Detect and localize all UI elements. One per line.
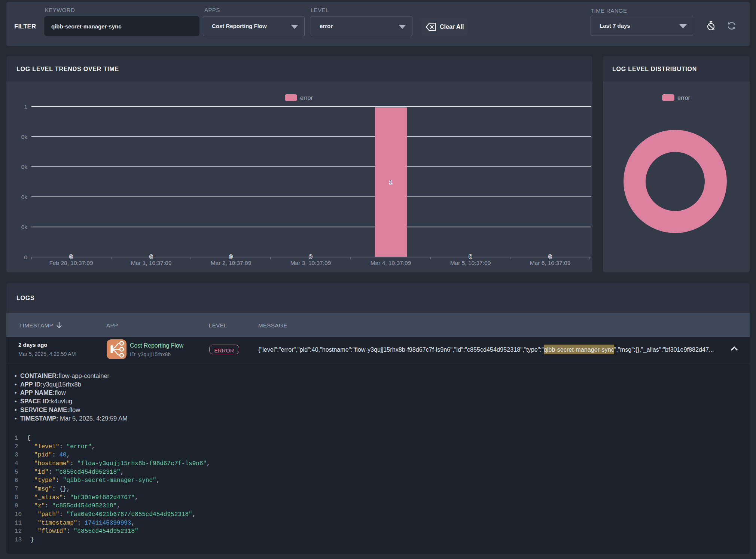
svg-text:Feb 28, 10:37:09: Feb 28, 10:37:09 (49, 260, 93, 266)
svg-text:0: 0 (309, 253, 312, 260)
svg-text:Mar 4, 10:37:09: Mar 4, 10:37:09 (371, 260, 411, 266)
svg-text:0: 0 (549, 253, 552, 260)
svg-text:Mar 6, 10:37:09: Mar 6, 10:37:09 (530, 260, 571, 266)
svg-text:error: error (677, 95, 690, 101)
svg-text:error: error (300, 95, 313, 101)
svg-text:0: 0 (70, 253, 73, 260)
svg-text:0: 0 (469, 253, 472, 260)
svg-text:Mar 2, 10:37:09: Mar 2, 10:37:09 (211, 260, 252, 266)
svg-text:1: 1 (389, 179, 392, 185)
svg-text:0: 0 (229, 253, 232, 260)
svg-text:0k: 0k (21, 194, 28, 200)
svg-text:0: 0 (24, 254, 27, 260)
svg-text:1: 1 (24, 103, 27, 110)
svg-text:Mar 3, 10:37:09: Mar 3, 10:37:09 (290, 260, 331, 266)
svg-text:0k: 0k (21, 164, 28, 170)
svg-text:0k: 0k (21, 134, 28, 140)
svg-text:0k: 0k (21, 224, 28, 230)
svg-text:Mar 5, 10:37:09: Mar 5, 10:37:09 (450, 260, 491, 266)
svg-text:0: 0 (150, 253, 153, 260)
svg-text:Mar 1, 10:37:09: Mar 1, 10:37:09 (131, 260, 172, 266)
